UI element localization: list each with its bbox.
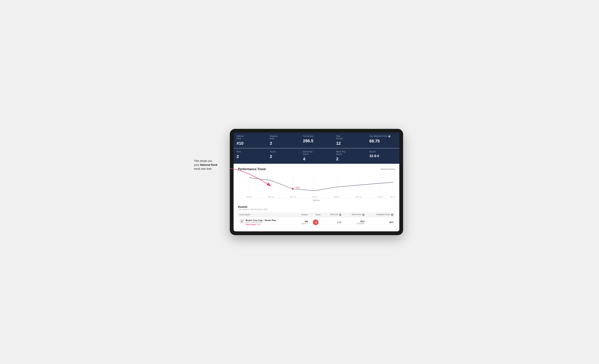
- col-event-sg: Event SG i: [322, 212, 343, 217]
- stat-match-play-events: Match PlayEvents 2: [333, 148, 366, 164]
- svg-text:• #10: • #10: [295, 186, 300, 189]
- events-table-header-row: Event Name Position Score Event SG i Tot…: [238, 212, 395, 217]
- weighted-points: 28.3: [366, 217, 395, 228]
- events-section: Events Last updated: 24th November 2023 …: [238, 205, 395, 228]
- chart-current-point: [292, 188, 294, 190]
- col-score: Score: [309, 212, 322, 217]
- stat-total-rounds: TotalRounds 12: [333, 133, 366, 148]
- info-icon-avg: i: [388, 135, 390, 138]
- total-points: 28.3 3 Rounds: [343, 217, 366, 228]
- annotation-text: This shows you your National Rank trend …: [194, 159, 232, 171]
- svg-text:APR 24: APR 24: [378, 196, 383, 198]
- performance-chart: • #10 OCT 23 NOV 23 DEC 23 JAN 24 FEB 24…: [238, 174, 395, 198]
- stat-stroke-play-events: Stroke PlayEvents 4: [300, 148, 333, 164]
- event-sg: 0.45: [322, 217, 343, 228]
- col-event-name: Event Name: [238, 212, 295, 217]
- svg-text:DEC 23: DEC 23: [290, 196, 296, 198]
- stat-regional-rank: RegionalRank 2: [267, 133, 300, 148]
- stat-record: Record 32-8-0: [366, 148, 399, 164]
- tablet-device: NationalRank #10 RegionalRank 2 Scoring …: [230, 129, 403, 235]
- chart-svg: • #10 OCT 23 NOV 23 DEC 23 JAN 24 FEB 24…: [238, 174, 395, 198]
- performance-trend-header: Performance Trend National Rank: [238, 168, 395, 171]
- info-icon-sg: i: [339, 214, 341, 216]
- performance-trend-title: Performance Trend: [238, 168, 266, 171]
- event-name-cell: 🏌 Buster Cozy Cup – Stroke Play Oct 9 - …: [238, 217, 295, 228]
- performance-trend-label: National Rank: [381, 168, 395, 170]
- tablet-screen: NationalRank #10 RegionalRank 2 Scoring …: [234, 133, 399, 231]
- svg-text:MAY 24: MAY 24: [390, 196, 395, 198]
- event-position: 6th out of 7: [295, 217, 309, 228]
- score-badge: -22: [313, 220, 318, 225]
- events-table: Event Name Position Score Event SG i Tot…: [238, 212, 395, 228]
- event-details: Buster Cozy Cup – Stroke Play Oct 9 - Oc…: [246, 219, 276, 225]
- x-axis-label: Months: [238, 199, 395, 201]
- table-row: 🏌 Buster Cozy Cup – Stroke Play Oct 9 - …: [238, 217, 395, 228]
- stat-wins: Wins 2: [234, 148, 266, 164]
- col-position: Position: [295, 212, 309, 217]
- stat-top3s: Top 3s 2: [267, 148, 300, 164]
- rank-impact: Rank Impact: 3 ▼: [246, 223, 276, 225]
- stat-scoring-avg: Scoring Avg. 286.5: [300, 133, 333, 148]
- svg-text:FEB 24: FEB 24: [334, 196, 339, 198]
- svg-text:NOV 23: NOV 23: [268, 196, 274, 198]
- event-date: Oct 9 - Oct 10, 2023: [246, 221, 276, 223]
- col-total-points: Total Points i: [343, 212, 366, 217]
- events-title: Events: [238, 205, 395, 208]
- info-icon-weighted: i: [391, 214, 393, 216]
- stats-row-2: Wins 2 Top 3s 2 Stroke PlayEvents 4 Matc…: [234, 148, 399, 164]
- svg-text:MAR 24: MAR 24: [355, 196, 361, 198]
- annotation-line2: your National Rank: [194, 163, 217, 166]
- stat-national-rank: NationalRank #10: [234, 133, 266, 148]
- stats-row-1: NationalRank #10 RegionalRank 2 Scoring …: [234, 133, 399, 148]
- svg-text:OCT 23: OCT 23: [246, 196, 252, 198]
- svg-text:JAN 24: JAN 24: [312, 196, 317, 198]
- rank-impact-arrow: ▼: [259, 224, 261, 225]
- stat-avg-weighted-points: Avg. Weighted Points i 68.75: [366, 133, 399, 148]
- event-name: Buster Cozy Cup – Stroke Play: [246, 219, 276, 221]
- info-icon-total: i: [362, 214, 364, 216]
- events-last-updated: Last updated: 24th November 2023: [238, 208, 395, 211]
- content-area: Performance Trend National Rank: [234, 164, 399, 231]
- col-weighted-points: Weighted Points i: [366, 212, 395, 217]
- event-score: -22: [309, 217, 322, 228]
- event-icon: 🏌: [240, 219, 244, 224]
